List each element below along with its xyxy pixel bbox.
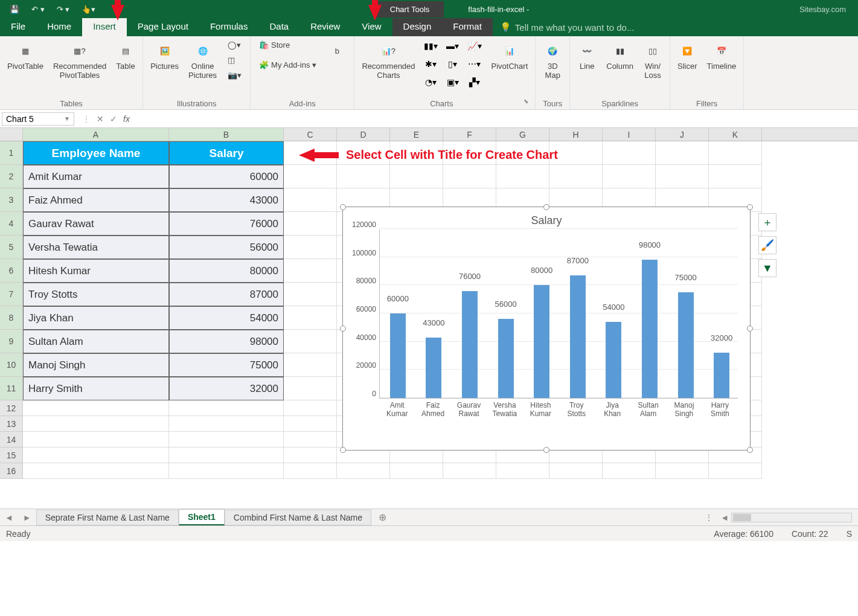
chart-bar[interactable] (642, 260, 658, 398)
tab-file[interactable]: File (0, 18, 36, 36)
smartart-button[interactable]: ◫ (224, 54, 245, 66)
chart-title[interactable]: Salary (343, 207, 750, 229)
cell-B11[interactable]: 32000 (169, 377, 284, 400)
cell-A10[interactable]: Manoj Singh (23, 353, 169, 377)
row-header-14[interactable]: 14 (0, 432, 23, 448)
hierarchy-chart-icon[interactable]: ✱▾ (423, 57, 440, 71)
cell-B15[interactable] (169, 448, 284, 463)
tell-me-search[interactable]: 💡 Tell me what you want to do... (493, 18, 642, 36)
touch-mode-icon[interactable]: 👆▾ (78, 3, 99, 16)
worksheet-grid[interactable]: ABCDEFGHIJK 1Employee NameSalary2Amit Ku… (0, 128, 858, 509)
add-sheet-button[interactable]: ⊕ (371, 512, 394, 523)
sheet-nav-prev-icon[interactable]: ◄ (0, 513, 18, 522)
chart-handle-w[interactable] (340, 326, 346, 332)
chart-styles-button[interactable]: 🖌️ (758, 236, 776, 254)
tab-design[interactable]: Design (392, 18, 443, 36)
combo-chart-icon[interactable]: ▞▾ (466, 75, 483, 89)
chart-bar[interactable] (462, 291, 478, 398)
cell-A14[interactable] (23, 432, 169, 448)
cell-I1[interactable] (603, 141, 656, 165)
tab-page-layout[interactable]: Page Layout (127, 18, 199, 36)
tab-data[interactable]: Data (258, 18, 299, 36)
cell-E16[interactable] (390, 463, 443, 479)
row-header-9[interactable]: 9 (0, 330, 23, 353)
cell-E2[interactable] (390, 165, 443, 188)
col-header-C[interactable]: C (284, 128, 337, 141)
chart-bar[interactable] (426, 338, 441, 398)
tab-home[interactable]: Home (36, 18, 82, 36)
col-header-J[interactable]: J (656, 128, 709, 141)
tab-format[interactable]: Format (442, 18, 493, 36)
chart-bar[interactable] (534, 285, 549, 398)
cancel-formula-icon[interactable]: ✕ (97, 114, 104, 124)
surface-chart-icon[interactable]: ▣▾ (444, 75, 461, 89)
tab-review[interactable]: Review (299, 18, 351, 36)
cell-J16[interactable] (656, 463, 709, 479)
scatter-chart-icon[interactable]: ⋯▾ (466, 57, 483, 71)
row-header-3[interactable]: 3 (0, 188, 23, 212)
cell-B3[interactable]: 43000 (169, 188, 284, 212)
sparkline-line-button[interactable]: 〰️Line (575, 39, 599, 73)
cell-D16[interactable] (337, 463, 390, 479)
cell-A12[interactable] (23, 400, 169, 416)
cell-A8[interactable]: Jiya Khan (23, 306, 169, 330)
column-chart-icon[interactable]: ▮▮▾ (423, 39, 440, 53)
cell-A7[interactable]: Troy Stotts (23, 283, 169, 306)
cell-B8[interactable]: 54000 (169, 306, 284, 330)
cell-B9[interactable]: 98000 (169, 330, 284, 353)
bar-chart-icon[interactable]: ▬▾ (444, 39, 461, 53)
cell-C4[interactable] (284, 212, 337, 236)
3d-map-button[interactable]: 🌍3D Map (540, 39, 565, 82)
cell-C2[interactable] (284, 165, 337, 188)
cell-J2[interactable] (656, 165, 709, 188)
cell-J1[interactable] (656, 141, 709, 165)
cell-K2[interactable] (709, 165, 762, 188)
col-header-A[interactable]: A (23, 128, 169, 141)
pie-chart-icon[interactable]: ◔▾ (423, 75, 440, 89)
chart-bar[interactable] (606, 322, 621, 398)
chart-handle-nw[interactable] (340, 204, 346, 210)
cell-A11[interactable]: Harry Smith (23, 377, 169, 400)
cell-H16[interactable] (549, 463, 603, 479)
cell-I2[interactable] (603, 165, 656, 188)
cell-C15[interactable] (284, 448, 337, 463)
row-header-8[interactable]: 8 (0, 306, 23, 330)
sheet-tab-2[interactable]: Sheet1 (179, 509, 225, 525)
cell-A15[interactable] (23, 448, 169, 463)
sheet-tab-3[interactable]: Combind First Name & Last Name (225, 510, 371, 525)
recommended-pivottables-button[interactable]: ▦?Recommended PivotTables (51, 39, 109, 82)
row-header-5[interactable]: 5 (0, 236, 23, 259)
col-header-B[interactable]: B (169, 128, 284, 141)
cell-G16[interactable] (496, 463, 549, 479)
chart-elements-button[interactable]: ＋ (758, 213, 776, 231)
cell-A6[interactable]: Hitesh Kumar (23, 259, 169, 283)
chart-handle-se[interactable] (747, 447, 753, 453)
scroll-left-icon[interactable]: ◄ (718, 513, 731, 522)
chart-handle-s[interactable] (543, 447, 549, 453)
row-header-13[interactable]: 13 (0, 416, 23, 432)
cell-A9[interactable]: Sultan Alam (23, 330, 169, 353)
cell-D2[interactable] (337, 165, 390, 188)
cell-A1[interactable]: Employee Name (23, 141, 169, 165)
line-chart-icon[interactable]: 📈▾ (466, 39, 483, 53)
cell-A4[interactable]: Gaurav Rawat (23, 212, 169, 236)
cell-B13[interactable] (169, 416, 284, 432)
horizontal-scrollbar[interactable] (731, 513, 852, 522)
cell-B12[interactable] (169, 400, 284, 416)
undo-icon[interactable]: ↶ ▾ (28, 3, 48, 16)
charts-dialog-launcher[interactable]: ⬊ (523, 98, 530, 108)
cell-B1[interactable]: Salary (169, 141, 284, 165)
chart-plot-area[interactable]: 0200004000060000800001000001200006000043… (379, 229, 738, 399)
tab-view[interactable]: View (351, 18, 392, 36)
formula-input[interactable] (139, 113, 858, 125)
chart-handle-ne[interactable] (747, 204, 753, 210)
name-box[interactable]: Chart 5 ▼ (2, 112, 74, 126)
cell-B7[interactable]: 87000 (169, 283, 284, 306)
cell-F2[interactable] (443, 165, 496, 188)
cell-C14[interactable] (284, 432, 337, 448)
tab-insert[interactable]: Insert (82, 18, 127, 36)
shapes-button[interactable]: ◯▾ (224, 39, 245, 51)
chart-bar[interactable] (678, 292, 694, 398)
cell-C13[interactable] (284, 416, 337, 432)
chart-handle-sw[interactable] (340, 447, 346, 453)
